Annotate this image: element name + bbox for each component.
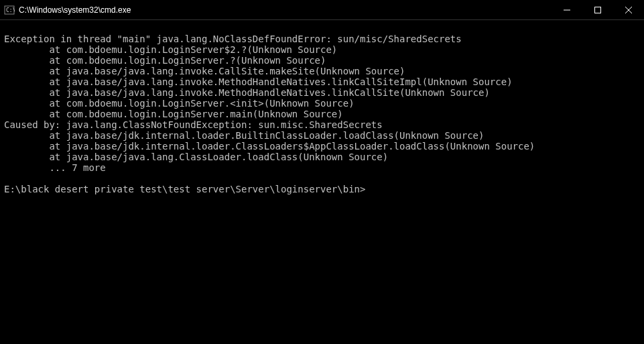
terminal-lines: Exception in thread "main" java.lang.NoC… <box>4 34 535 173</box>
svg-rect-3 <box>595 7 601 13</box>
cmd-icon: C:\ <box>4 5 15 15</box>
maximize-button[interactable] <box>582 0 613 19</box>
close-button[interactable] <box>613 0 644 19</box>
titlebar-controls <box>552 0 644 19</box>
minimize-button[interactable] <box>552 0 582 19</box>
svg-text:C:\: C:\ <box>6 7 15 13</box>
terminal-cursor <box>365 185 371 194</box>
terminal-output[interactable]: Exception in thread "main" java.lang.NoC… <box>0 20 644 197</box>
titlebar-left: C:\ C:\Windows\system32\cmd.exe <box>0 5 131 15</box>
terminal-prompt: E:\black desert private test\test server… <box>4 184 365 194</box>
window-title: C:\Windows\system32\cmd.exe <box>19 5 131 15</box>
window-titlebar: C:\ C:\Windows\system32\cmd.exe <box>0 0 644 20</box>
